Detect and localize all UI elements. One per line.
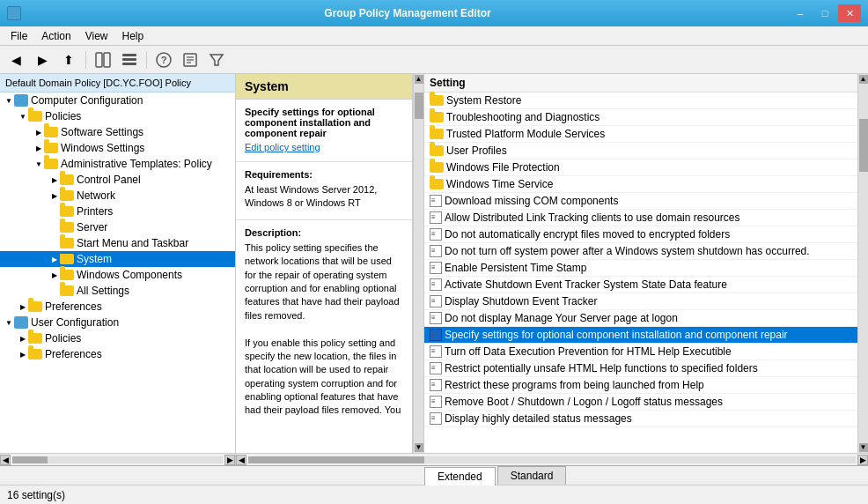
- tree-hscroll[interactable]: ◀ ▶: [0, 454, 236, 465]
- row-label-trusted-platform: Trusted Platform Module Services: [446, 128, 605, 140]
- table-row-allow-distributed[interactable]: Allow Distributed Link Tracking clients …: [424, 210, 857, 226]
- tree-arrow-preferences-uc[interactable]: ▶: [18, 349, 28, 359]
- table-row-display-shutdown[interactable]: Display Shutdown Event Tracker: [424, 293, 857, 310]
- table-row-turn-off-dep[interactable]: Turn off Data Execution Prevention for H…: [424, 344, 857, 360]
- close-button[interactable]: ✕: [838, 4, 861, 22]
- table-row-download-com[interactable]: Download missing COM components: [424, 193, 857, 210]
- row-label-turn-off-dep: Turn off Data Execution Prevention for H…: [445, 345, 732, 358]
- maximize-button[interactable]: □: [813, 4, 836, 22]
- tree-item-system[interactable]: ▶ System: [0, 251, 235, 267]
- up-button[interactable]: ⬆: [56, 48, 81, 71]
- scroll-thumb[interactable]: [415, 93, 423, 119]
- desc-scroll-indicator[interactable]: ▲ ▼: [413, 74, 423, 453]
- tree-item-admin-templates[interactable]: ▼ Administrative Templates: Policy: [0, 156, 235, 172]
- tree-item-preferences-cc[interactable]: ▶ Preferences: [0, 299, 235, 315]
- table-row-troubleshooting[interactable]: Troubleshooting and Diagnostics: [424, 109, 857, 126]
- tab-standard[interactable]: Standard: [497, 466, 567, 485]
- table-row-windows-file-protection[interactable]: Windows File Protection: [424, 159, 857, 176]
- tree-item-preferences-uc[interactable]: ▶ Preferences: [0, 346, 235, 362]
- table-row-enable-persistent[interactable]: Enable Persistent Time Stamp: [424, 260, 857, 277]
- table-row-do-not-encrypt[interactable]: Do not automatically encrypt files moved…: [424, 226, 857, 243]
- help-button[interactable]: ?: [151, 48, 176, 71]
- forward-button[interactable]: ▶: [30, 48, 55, 71]
- menu-view[interactable]: View: [78, 28, 115, 44]
- settings-hscroll-left[interactable]: ◀: [236, 455, 246, 465]
- tree-arrow-windows-components[interactable]: ▶: [49, 270, 60, 280]
- minimize-button[interactable]: –: [789, 4, 812, 22]
- back-button[interactable]: ◀: [4, 48, 28, 71]
- page-restrict-programs-icon: [430, 379, 442, 391]
- settings-scroll-thumb[interactable]: [859, 119, 868, 172]
- row-label-do-not-encrypt: Do not automatically encrypt files moved…: [445, 228, 730, 241]
- hscroll-left[interactable]: ◀: [0, 455, 11, 465]
- tree-item-control-panel[interactable]: ▶ Control Panel: [0, 172, 235, 188]
- tabs-bar: Extended Standard: [0, 465, 868, 485]
- tree-arrow-preferences-cc[interactable]: ▶: [18, 301, 28, 312]
- tree-item-policies-uc[interactable]: ▶ Policies: [0, 330, 235, 346]
- settings-hscroll-thumb[interactable]: [248, 456, 424, 463]
- tree-arrow-windows-settings[interactable]: ▶: [33, 143, 44, 153]
- tree-item-all-settings[interactable]: All Settings: [0, 283, 235, 299]
- tree-item-software-settings[interactable]: ▶ Software Settings: [0, 124, 235, 140]
- settings-table[interactable]: Setting System Restore Troubleshooting a…: [424, 74, 857, 453]
- tree-item-user-config[interactable]: ▼ User Configuration: [0, 315, 235, 330]
- folder-start-menu-icon: [60, 238, 74, 248]
- tree-arrow-policies[interactable]: ▼: [18, 111, 28, 122]
- tree-label-software: Software Settings: [61, 126, 143, 138]
- table-row-specify-settings[interactable]: Specify settings for optional component …: [424, 327, 857, 344]
- svg-rect-0: [96, 53, 102, 67]
- tree-item-printers[interactable]: Printers: [0, 204, 235, 219]
- tree-arrow-system[interactable]: ▶: [49, 254, 60, 264]
- tree-arrow-computer-config[interactable]: ▼: [4, 95, 14, 106]
- row-label-wfp: Windows File Protection: [446, 161, 560, 174]
- tree-item-policies[interactable]: ▼ Policies: [0, 108, 235, 124]
- table-row-user-profiles[interactable]: User Profiles: [424, 143, 857, 159]
- settings-hscroll[interactable]: ◀ ▶: [236, 454, 868, 465]
- settings-hscroll-right[interactable]: ▶: [857, 455, 868, 465]
- table-row-activate-shutdown[interactable]: Activate Shutdown Event Tracker System S…: [424, 277, 857, 293]
- table-row-windows-time-service[interactable]: Windows Time Service: [424, 176, 857, 193]
- menu-file[interactable]: File: [4, 28, 34, 44]
- properties-button[interactable]: [178, 48, 202, 71]
- tree-item-server[interactable]: Server: [0, 219, 235, 235]
- tree-item-start-menu[interactable]: Start Menu and Taskbar: [0, 235, 235, 251]
- show-hide-button[interactable]: [91, 48, 115, 71]
- scroll-up-arrow[interactable]: ▲: [415, 75, 423, 84]
- tree-arrow-control-panel[interactable]: ▶: [49, 174, 60, 185]
- table-row-restrict-unsafe[interactable]: Restrict potentially unsafe HTML Help fu…: [424, 360, 857, 377]
- table-row-do-not-turn-off[interactable]: Do not turn off system power after a Win…: [424, 243, 857, 260]
- table-row-restrict-programs[interactable]: Restrict these programs from being launc…: [424, 377, 857, 394]
- tree-header: Default Domain Policy [DC.YC.FOO] Policy: [0, 74, 235, 93]
- table-row-remove-boot[interactable]: Remove Boot / Shutdown / Logon / Logoff …: [424, 394, 857, 411]
- menu-help[interactable]: Help: [115, 28, 151, 44]
- row-label-do-not-display: Do not display Manage Your Server page a…: [445, 312, 678, 324]
- scroll-down-arrow[interactable]: ▼: [415, 443, 423, 452]
- table-row-do-not-display[interactable]: Do not display Manage Your Server page a…: [424, 310, 857, 327]
- table-row-display-highly[interactable]: Display highly detailed status messages: [424, 411, 857, 427]
- tab-extended[interactable]: Extended: [424, 467, 496, 485]
- settings-scroll[interactable]: ▲ ▼: [857, 74, 868, 453]
- folder-control-panel-icon: [60, 174, 74, 185]
- settings-scroll-down[interactable]: ▼: [859, 443, 868, 452]
- tree-item-windows-components[interactable]: ▶ Windows Components: [0, 267, 235, 283]
- svg-rect-3: [122, 58, 136, 61]
- hscroll-thumb[interactable]: [12, 456, 48, 463]
- menu-action[interactable]: Action: [34, 28, 77, 44]
- tree-item-windows-settings[interactable]: ▶ Windows Settings: [0, 140, 235, 156]
- tree-arrow-software[interactable]: ▶: [33, 127, 44, 137]
- tree-arrow-user-config[interactable]: ▼: [4, 317, 14, 328]
- table-row-system-restore[interactable]: System Restore: [424, 93, 857, 109]
- tree-arrow-policies-uc[interactable]: ▶: [18, 333, 28, 344]
- tree-item-computer-config[interactable]: ▼ Computer Configuration: [0, 93, 235, 108]
- page-activate-shutdown-icon: [430, 278, 442, 291]
- hscroll-right[interactable]: ▶: [224, 455, 235, 465]
- tree-arrow-admin-templates[interactable]: ▼: [33, 159, 44, 169]
- tree-panel[interactable]: Default Domain Policy [DC.YC.FOO] Policy…: [0, 74, 236, 453]
- filter-button[interactable]: [204, 48, 229, 71]
- tree-item-network[interactable]: ▶ Network: [0, 188, 235, 204]
- edit-policy-link[interactable]: Edit policy setting: [236, 142, 412, 158]
- settings-scroll-up[interactable]: ▲: [859, 75, 868, 84]
- tree-arrow-network[interactable]: ▶: [49, 190, 60, 201]
- list-button[interactable]: [117, 48, 142, 71]
- table-row-trusted-platform[interactable]: Trusted Platform Module Services: [424, 126, 857, 143]
